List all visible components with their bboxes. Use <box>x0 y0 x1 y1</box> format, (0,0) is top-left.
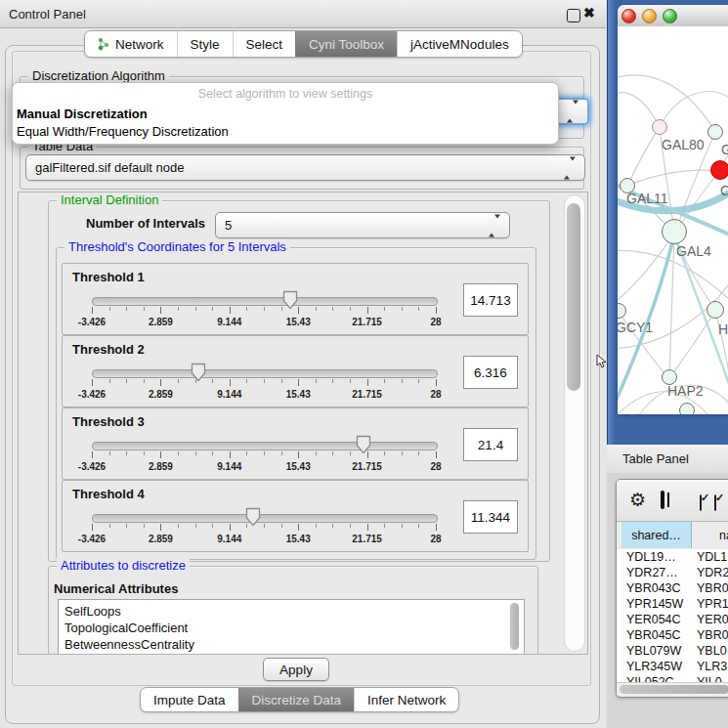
column-header-shared-name[interactable]: shared… <box>621 522 692 548</box>
tab-discretize-data[interactable]: Discretize Data <box>238 688 355 711</box>
slider-track[interactable] <box>92 514 438 523</box>
network-view-window: GAL80 GA C GAL11 GAL4 GCY1 H HAP2 <box>618 5 728 414</box>
table-toolbar: ⚙ <box>617 480 728 522</box>
network-node[interactable] <box>707 124 723 140</box>
table-data-combobox[interactable]: galFiltered.sif default node <box>25 154 585 181</box>
panel-scrollbar-track[interactable] <box>564 194 585 652</box>
tab-infer-network[interactable]: Infer Network <box>354 688 458 711</box>
node-label: GCY1 <box>618 320 653 335</box>
network-node-gal80[interactable] <box>652 119 667 135</box>
tab-label: Select <box>246 37 283 52</box>
table-row[interactable]: YDR27…YDR2 <box>617 565 728 580</box>
zoom-icon[interactable] <box>663 9 677 23</box>
table-row[interactable]: YER054CYER0 <box>617 612 728 627</box>
network-node[interactable] <box>679 403 695 414</box>
slider-thumb[interactable] <box>356 435 371 454</box>
horizontal-scrollbar-thumb[interactable] <box>620 685 728 694</box>
tick-label: 28 <box>430 534 441 544</box>
cell: YLR3 <box>697 660 727 673</box>
threshold-value-input[interactable]: 21.4 <box>463 428 518 461</box>
threshold-label: Threshold 3 <box>72 414 145 429</box>
slider-major-ticks <box>92 307 437 314</box>
list-item[interactable]: BetweennessCentrality <box>59 636 524 653</box>
minimize-icon[interactable] <box>642 9 657 23</box>
network-canvas[interactable]: GAL80 GA C GAL11 GAL4 GCY1 H HAP2 <box>618 26 728 414</box>
threshold-4-panel: Threshold 4 -3.426 2.859 9.144 15.43 21.… <box>62 480 529 552</box>
threshold-1-slider[interactable]: -3.426 2.859 9.144 15.43 21.715 28 <box>92 293 436 332</box>
split-columns-icon[interactable] <box>661 491 664 509</box>
group-title: Interval Definition <box>57 193 162 208</box>
threshold-2-panel: Threshold 2 -3.426 2.859 9.144 15.43 21.… <box>62 335 529 407</box>
tick-label: -3.426 <box>78 389 106 400</box>
horizontal-scrollbar-track[interactable] <box>617 682 728 696</box>
threshold-value-input[interactable]: 11.344 <box>463 500 518 534</box>
cell: YPR1 <box>697 597 728 611</box>
table-row[interactable]: YBR043CYBR0 <box>617 580 728 596</box>
cyni-bottom-tabbar: Impute Data Discretize Data Infer Networ… <box>140 687 459 712</box>
tick-label: -3.426 <box>78 317 106 327</box>
tab-network[interactable]: Network <box>85 31 177 57</box>
popup-option-equal-width-frequency[interactable]: Equal Width/Frequency Discretization <box>16 122 556 141</box>
tab-label: Style <box>191 37 220 52</box>
threshold-4-slider[interactable]: -3.426 2.859 9.144 15.43 21.715 28 <box>92 510 436 549</box>
table-row[interactable]: YBR045CYBR0 <box>617 627 728 643</box>
close-icon[interactable]: ✖ <box>583 5 595 17</box>
network-node-gal4[interactable] <box>662 219 687 244</box>
tab-impute-data[interactable]: Impute Data <box>141 688 238 711</box>
tick-label: 15.43 <box>286 534 311 544</box>
panel-scrollbar-thumb[interactable] <box>567 203 580 391</box>
cell: YBR043C <box>626 581 681 595</box>
network-window-titlebar[interactable] <box>618 5 728 27</box>
table-row[interactable]: YLR345WYLR3 <box>617 659 728 674</box>
node-label: GAL4 <box>676 243 711 259</box>
apply-button[interactable]: Apply <box>263 658 329 681</box>
stepper-arrows-icon <box>567 105 578 119</box>
slider-track[interactable] <box>92 369 438 378</box>
cell: YDL1 <box>697 550 727 564</box>
float-window-icon[interactable] <box>567 9 580 22</box>
slider-thumb[interactable] <box>245 507 261 527</box>
tick-label: 21.715 <box>352 389 382 400</box>
settings-scroll-viewport: Interval Definition Number of Intervals … <box>18 192 588 655</box>
slider-thumb[interactable] <box>282 290 298 310</box>
table-row[interactable]: YDL19…YDL1 <box>617 549 728 565</box>
node-label: HAP2 <box>667 383 704 399</box>
tab-jactivemnodules[interactable]: jActiveMNodules <box>397 31 522 57</box>
list-item[interactable]: TopologicalCoefficient <box>59 620 524 636</box>
threshold-value-input[interactable]: 6.316 <box>463 356 518 389</box>
tab-select[interactable]: Select <box>233 31 296 57</box>
slider-thumb[interactable] <box>191 363 206 382</box>
tab-style[interactable]: Style <box>177 31 233 57</box>
tab-label: Discretize Data <box>252 693 342 707</box>
network-node-selected-red[interactable] <box>710 160 728 180</box>
tab-label: Infer Network <box>367 693 446 707</box>
number-of-intervals-label: Number of Intervals <box>86 216 205 231</box>
slider-track[interactable] <box>92 442 438 450</box>
gear-icon[interactable]: ⚙ <box>629 489 646 511</box>
table-row[interactable]: YPR145WYPR1 <box>617 596 728 612</box>
checkbox-icon[interactable] <box>714 494 716 511</box>
threshold-2-slider[interactable]: -3.426 2.859 9.144 15.43 21.715 28 <box>92 365 436 405</box>
threshold-value-input[interactable]: 14.713 <box>463 283 518 317</box>
number-of-intervals-combobox[interactable]: 5 <box>215 212 510 238</box>
list-item[interactable]: SelfLoops <box>59 603 524 620</box>
table-row[interactable]: YBL079WYBL0 <box>617 643 728 659</box>
tab-cyni-toolbox[interactable]: Cyni Toolbox <box>295 31 397 57</box>
close-icon[interactable] <box>621 9 636 23</box>
network-node-h[interactable] <box>707 301 724 319</box>
popup-option-manual-discretization[interactable]: Manual Discretization <box>16 105 556 123</box>
threshold-3-slider[interactable]: -3.426 2.859 9.144 15.43 21.715 28 <box>92 438 436 477</box>
table-data-value: galFiltered.sif default node <box>35 160 184 175</box>
tab-label: Network <box>115 37 164 52</box>
slider-track[interactable] <box>92 297 438 306</box>
cell: YPR145W <box>626 597 683 611</box>
checkbox-icon[interactable] <box>700 494 702 511</box>
tick-label: 2.859 <box>149 461 173 472</box>
cell: YER054C <box>626 613 681 626</box>
column-header-name[interactable]: na <box>692 522 728 548</box>
tick-label: 2.859 <box>149 534 173 544</box>
numerical-attributes-list[interactable]: SelfLoops TopologicalCoefficient Between… <box>58 599 525 655</box>
tick-label: 21.715 <box>352 461 382 472</box>
list-scrollbar[interactable] <box>510 603 519 650</box>
tick-label: -3.426 <box>78 461 106 472</box>
